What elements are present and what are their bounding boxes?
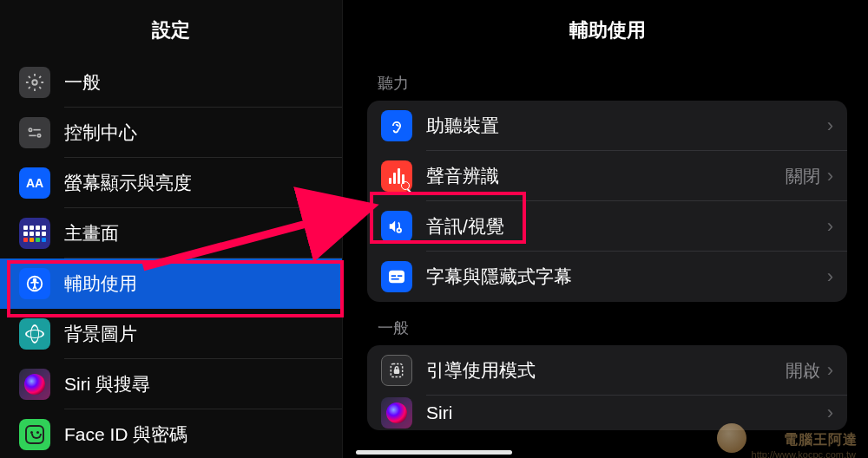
watermark-text: 電腦王阿達 [784, 431, 858, 449]
sidebar-item-control-center[interactable]: 控制中心 [0, 108, 342, 158]
siri-icon [19, 369, 50, 400]
svg-point-1 [29, 128, 31, 131]
row-label: 聲音辨識 [426, 164, 786, 188]
gear-icon [19, 67, 50, 98]
sidebar-item-general[interactable]: 一般 [0, 57, 342, 108]
faceid-icon [19, 419, 50, 450]
row-label: Siri [426, 402, 827, 423]
row-subtitles[interactable]: 字幕與隱藏式字幕 › [367, 252, 847, 302]
sidebar-item-accessibility[interactable]: 輔助使用 [0, 258, 342, 309]
guided-access-icon [381, 355, 412, 386]
sidebar-item-label: 主畫面 [64, 221, 119, 245]
home-indicator[interactable] [356, 450, 512, 455]
chevron-right-icon: › [827, 265, 833, 288]
section-header-general: 一般 [346, 302, 868, 345]
detail-title: 輔助使用 [346, 0, 868, 57]
sound-recognition-icon [381, 160, 412, 192]
row-value: 開啟 [786, 359, 820, 383]
chevron-right-icon: › [827, 402, 833, 424]
svg-rect-12 [391, 278, 399, 280]
sidebar-item-display[interactable]: AA 螢幕顯示與亮度 [0, 158, 342, 208]
sidebar-item-label: Siri 與搜尋 [64, 372, 150, 396]
ear-icon [381, 110, 412, 141]
section-header-hearing: 聽力 [346, 57, 868, 101]
chevron-right-icon: › [827, 165, 833, 187]
row-hearing-devices[interactable]: 助聽裝置 › [367, 101, 847, 151]
sidebar-item-label: 輔助使用 [64, 272, 137, 296]
wallpaper-icon [19, 318, 50, 350]
svg-rect-14 [395, 370, 399, 373]
row-label: 引導使用模式 [426, 358, 786, 383]
row-label: 字幕與隱藏式字幕 [426, 265, 827, 289]
sidebar-item-label: 控制中心 [64, 121, 137, 145]
sidebar-item-label: 一般 [64, 70, 101, 95]
watermark-avatar [717, 423, 746, 453]
sidebar-item-wallpaper[interactable]: 背景圖片 [0, 309, 342, 359]
siri-icon [381, 397, 412, 429]
detail-pane: 輔助使用 聽力 助聽裝置 › [343, 0, 868, 458]
accessibility-icon [19, 268, 50, 299]
svg-point-6 [34, 279, 36, 282]
chevron-right-icon: › [827, 114, 833, 137]
home-screen-icon [19, 218, 50, 249]
row-sound-recognition[interactable]: 聲音辨識 關閉 › [367, 151, 847, 201]
row-value: 關閉 [786, 165, 820, 188]
sidebar-item-label: 螢幕顯示與亮度 [64, 171, 192, 195]
svg-point-3 [37, 134, 40, 137]
group-general: 引導使用模式 開啟 › Siri › [367, 345, 847, 430]
chevron-right-icon: › [827, 359, 833, 382]
settings-sidebar: 設定 一般 控制中心 AA 螢幕顯示與亮度 [0, 0, 343, 458]
svg-rect-10 [391, 275, 396, 277]
chevron-right-icon: › [827, 215, 833, 238]
watermark-url: http://www.kocpc.com.tw [752, 449, 856, 458]
sidebar-list: 一般 控制中心 AA 螢幕顯示與亮度 主 [0, 57, 342, 458]
display-icon: AA [19, 167, 50, 199]
row-siri-detail[interactable]: Siri › [367, 396, 847, 430]
group-hearing: 助聽裝置 › 聲音辨識 關閉 › [367, 101, 847, 302]
svg-point-0 [32, 80, 37, 85]
sidebar-item-label: Face ID 與密碼 [64, 422, 187, 447]
sidebar-item-home-screen[interactable]: 主畫面 [0, 208, 342, 258]
svg-rect-11 [398, 275, 402, 277]
sidebar-item-siri[interactable]: Siri 與搜尋 [0, 359, 342, 409]
sidebar-item-faceid[interactable]: Face ID 與密碼 [0, 409, 342, 458]
audio-visual-icon [381, 211, 412, 242]
control-center-icon [19, 117, 50, 148]
row-label: 音訊/視覺 [426, 214, 827, 239]
row-guided-access[interactable]: 引導使用模式 開啟 › [367, 345, 847, 396]
svg-point-8 [398, 229, 400, 232]
row-label: 助聽裝置 [426, 114, 827, 138]
sidebar-item-label: 背景圖片 [64, 322, 137, 346]
sidebar-title: 設定 [0, 0, 342, 57]
row-audio-visual[interactable]: 音訊/視覺 › [367, 201, 847, 252]
subtitle-icon [381, 261, 412, 292]
